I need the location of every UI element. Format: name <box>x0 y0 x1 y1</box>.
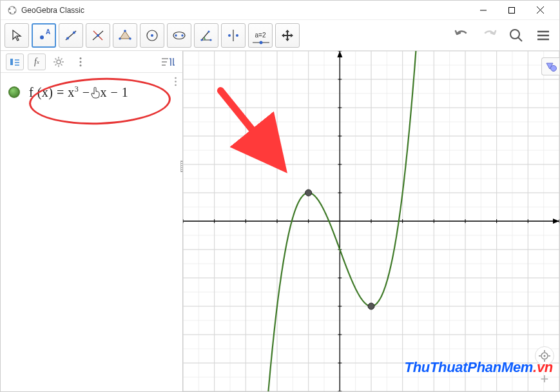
svg-point-1 <box>9 8 11 10</box>
tool-line[interactable] <box>59 23 83 48</box>
svg-line-51 <box>55 64 57 65</box>
svg-point-59 <box>175 81 177 83</box>
svg-point-34 <box>510 30 519 39</box>
tool-circle[interactable] <box>140 23 164 48</box>
more-button[interactable] <box>72 54 90 70</box>
svg-point-13 <box>73 31 75 34</box>
svg-point-4 <box>10 12 12 14</box>
svg-point-166 <box>368 303 374 309</box>
redo-button[interactable] <box>477 23 501 48</box>
formula-mid: − <box>79 85 90 99</box>
svg-point-30 <box>228 34 231 37</box>
maximize-button[interactable] <box>497 1 526 19</box>
tool-angle[interactable] <box>194 23 218 48</box>
graphics-canvas[interactable] <box>183 51 559 391</box>
svg-point-12 <box>66 37 69 39</box>
minimize-button[interactable] <box>469 1 497 19</box>
svg-point-18 <box>124 30 126 32</box>
svg-point-26 <box>200 39 202 41</box>
svg-point-25 <box>181 34 183 36</box>
svg-point-27 <box>209 39 211 41</box>
watermark-red: .vn <box>533 359 553 375</box>
svg-marker-140 <box>337 51 342 57</box>
sort-button[interactable] <box>159 54 177 70</box>
app-icon <box>7 5 17 15</box>
svg-line-49 <box>61 64 63 65</box>
menu-button[interactable] <box>531 23 555 48</box>
tool-slider[interactable]: a=2 <box>248 23 273 48</box>
svg-point-16 <box>97 34 99 37</box>
svg-point-28 <box>208 30 209 32</box>
close-button[interactable] <box>526 1 554 19</box>
settings-gear[interactable] <box>50 54 68 70</box>
svg-point-33 <box>260 41 263 44</box>
svg-point-60 <box>175 84 177 86</box>
svg-point-20 <box>119 37 121 40</box>
tool-move-view[interactable] <box>275 23 300 48</box>
window-title: GeoGebra Classic <box>21 6 469 15</box>
svg-point-58 <box>175 77 177 79</box>
tool-point[interactable]: A <box>32 23 56 48</box>
svg-line-167 <box>220 91 280 164</box>
svg-point-2 <box>14 6 15 8</box>
tool-perpendicular[interactable] <box>86 23 110 48</box>
slider-label: a=2 <box>255 32 266 39</box>
formula-suffix: x − 1 <box>101 85 129 99</box>
svg-point-53 <box>80 61 82 63</box>
watermark: ThuThuatPhanMem.vn <box>405 359 554 376</box>
svg-point-19 <box>129 37 131 40</box>
undo-button[interactable] <box>450 23 474 48</box>
svg-point-9 <box>40 35 44 39</box>
svg-point-43 <box>57 60 61 64</box>
algebra-view-toggle[interactable] <box>6 54 24 70</box>
svg-point-54 <box>80 64 82 66</box>
fx-button[interactable]: fx <box>28 54 46 70</box>
svg-point-31 <box>236 34 238 37</box>
svg-line-50 <box>61 58 63 59</box>
titlebar: GeoGebra Classic <box>1 1 559 20</box>
main-toolbar: A a=2 <box>1 20 559 51</box>
svg-line-35 <box>518 37 522 41</box>
row-menu[interactable] <box>174 77 177 86</box>
algebra-view: fx f (x) = x3 − x − 1 <box>1 51 183 391</box>
svg-rect-39 <box>10 59 13 65</box>
svg-point-52 <box>80 57 82 59</box>
svg-point-171 <box>544 355 546 357</box>
tool-polygon[interactable] <box>113 23 137 48</box>
content-area: fx f (x) = x3 − x − 1 <box>1 51 559 391</box>
search-button[interactable] <box>504 23 528 48</box>
graphics-view[interactable]: + ThuThuatPhanMem.vn <box>183 51 559 391</box>
svg-point-169 <box>550 66 556 72</box>
svg-point-24 <box>175 34 177 36</box>
watermark-blue: ThuThuatPhanMem <box>405 359 534 375</box>
svg-rect-6 <box>509 7 515 13</box>
svg-marker-139 <box>553 219 559 224</box>
svg-point-22 <box>151 34 153 37</box>
svg-point-165 <box>305 190 312 196</box>
visibility-toggle[interactable] <box>8 86 20 98</box>
formula-prefix: f (x) = x <box>29 85 75 99</box>
svg-point-3 <box>14 11 16 13</box>
window-controls <box>469 1 554 19</box>
tool-reflect[interactable] <box>221 23 246 48</box>
hand-cursor-icon <box>90 87 101 99</box>
algebra-input-row[interactable]: f (x) = x3 − x − 1 <box>1 73 182 109</box>
formula-display[interactable]: f (x) = x3 − x − 1 <box>29 84 128 100</box>
style-bar-toggle[interactable] <box>541 57 559 75</box>
tool-move[interactable] <box>5 23 29 48</box>
tool-ellipse[interactable] <box>167 23 191 48</box>
svg-line-48 <box>55 58 57 59</box>
svg-text:A: A <box>46 28 50 35</box>
algebra-toolbar: fx <box>1 51 182 73</box>
annotation-circle <box>28 75 171 127</box>
